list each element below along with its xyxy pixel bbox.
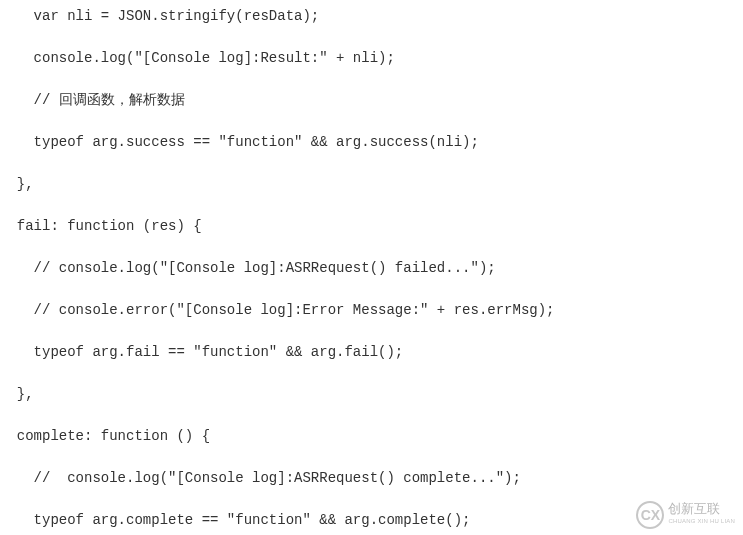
code-line [0, 494, 743, 504]
code-line [0, 200, 743, 210]
code-line: // console.log("[Console log]:ASRRequest… [0, 462, 743, 494]
code-line: // console.error("[Console log]:Error Me… [0, 294, 743, 326]
code-line: // console.log("[Console log]:ASRRequest… [0, 252, 743, 284]
logo-icon: CX [636, 501, 664, 529]
watermark-text: 创新互联 CHUANG XIN HU LIAN [668, 503, 735, 527]
code-line [0, 326, 743, 336]
code-line [0, 452, 743, 462]
code-line [0, 284, 743, 294]
code-line [0, 158, 743, 168]
code-line: typeof arg.complete == "function" && arg… [0, 504, 743, 535]
code-line: fail: function (res) { [0, 210, 743, 242]
code-line: typeof arg.success == "function" && arg.… [0, 126, 743, 158]
logo-letters: CX [641, 507, 660, 523]
watermark-main: 创新互联 [668, 501, 720, 516]
code-line [0, 368, 743, 378]
code-line: }, [0, 378, 743, 410]
code-line [0, 32, 743, 42]
watermark: CX 创新互联 CHUANG XIN HU LIAN [636, 501, 735, 529]
code-line: var nli = JSON.stringify(resData); [0, 0, 743, 32]
code-line [0, 410, 743, 420]
code-line: console.log("[Console log]:Result:" + nl… [0, 42, 743, 74]
code-line: // 回调函数，解析数据 [0, 84, 743, 116]
code-line [0, 116, 743, 126]
code-line: complete: function () { [0, 420, 743, 452]
code-block: var nli = JSON.stringify(resData); conso… [0, 0, 743, 535]
code-line: }, [0, 168, 743, 200]
watermark-sub: CHUANG XIN HU LIAN [668, 515, 735, 527]
code-line [0, 242, 743, 252]
code-line [0, 74, 743, 84]
code-line: typeof arg.fail == "function" && arg.fai… [0, 336, 743, 368]
